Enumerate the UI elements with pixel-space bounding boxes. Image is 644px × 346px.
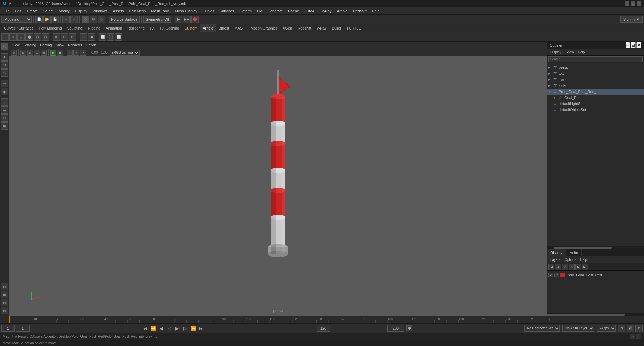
layers-tb-next2[interactable]: ▶| xyxy=(582,264,588,270)
menu-windows[interactable]: Windows xyxy=(90,8,110,14)
menu-edit[interactable]: Edit xyxy=(13,8,24,14)
menu-curves[interactable]: Curves xyxy=(200,8,217,14)
menu-mesh-display[interactable]: Mesh Display xyxy=(173,8,200,14)
outliner-hscroll[interactable] xyxy=(547,246,644,249)
no-live-surface-dropdown[interactable]: No Live Surface xyxy=(109,16,140,23)
menu-deform[interactable]: Deform xyxy=(237,8,254,14)
redo-button[interactable]: ↪ xyxy=(70,16,78,23)
outliner-float[interactable]: ⊞ xyxy=(631,42,636,48)
layer-color-swatch[interactable] xyxy=(560,273,565,277)
render-tb-4[interactable]: ⊡ xyxy=(34,50,40,56)
panels-menu[interactable]: Panels xyxy=(85,43,98,47)
module-motion-graphics[interactable]: Motion Graphics xyxy=(248,24,280,32)
menu-3dtoall[interactable]: 3DtoAll xyxy=(302,8,318,14)
workspace-select[interactable]: Modeling xyxy=(1,16,32,23)
render-tb-2[interactable]: ⊞ xyxy=(20,50,26,56)
render-tb-8[interactable]: 1 xyxy=(67,50,73,56)
outliner-minimize[interactable]: ─ xyxy=(626,42,630,48)
shelf-btn-12[interactable]: ⬜ xyxy=(99,33,106,41)
layers-hscroll[interactable] xyxy=(547,313,644,316)
module-sculpting[interactable]: Sculpting xyxy=(65,24,85,32)
play-forward-button[interactable]: ▶ xyxy=(174,325,180,332)
timeline-canvas[interactable] xyxy=(9,316,547,323)
scale-tool-icon[interactable]: ⤡ xyxy=(1,69,8,77)
viewport-3d[interactable]: persp X Y Z xyxy=(9,56,547,316)
shelf-btn-4[interactable]: ⬤ xyxy=(25,33,33,41)
shelf-btn-2[interactable]: ○ xyxy=(9,33,17,41)
menu-uv[interactable]: UV xyxy=(255,8,264,14)
module-animation[interactable]: Animation xyxy=(103,24,125,32)
tree-item-polo-goal[interactable]: ▼ ⬡ Polo_Goal_Post_Red_ xyxy=(547,89,644,95)
tree-item-top[interactable]: ▶ 📷 top xyxy=(547,70,644,76)
play-back-button[interactable]: ◁ xyxy=(166,325,172,332)
shading-menu[interactable]: Shading xyxy=(22,43,38,47)
paint-tool[interactable]: ◎ xyxy=(98,16,105,23)
settings-button[interactable]: ⚙ xyxy=(635,325,643,332)
module-xgen[interactable]: XGen xyxy=(280,24,295,32)
tree-item-persp[interactable]: ▶ 📷 persp xyxy=(547,64,644,70)
paint-tool-icon[interactable]: ✏ xyxy=(1,80,8,87)
layers-tb-prev2[interactable]: ◀ xyxy=(555,264,561,270)
layers-tb-next1[interactable]: ▶ xyxy=(575,264,581,270)
render-tb-5[interactable]: ⊠ xyxy=(41,50,47,56)
undo-button[interactable]: ↩ xyxy=(62,16,70,23)
renderer-menu[interactable]: Renderer xyxy=(66,43,84,47)
render-sequence-btn[interactable]: ▶▶ xyxy=(183,16,191,23)
menu-generate[interactable]: Generate xyxy=(265,8,285,14)
fps-select[interactable]: 24 fps xyxy=(597,325,616,332)
edge-mode-icon[interactable]: — xyxy=(1,106,8,114)
show-menu[interactable]: Show xyxy=(54,43,66,47)
sound-button[interactable]: 🔊 xyxy=(627,325,634,332)
layer-button-2[interactable]: ⊞ xyxy=(1,291,8,298)
new-scene-button[interactable]: 📄 xyxy=(35,16,43,23)
outliner-show-menu[interactable]: Show xyxy=(564,50,576,54)
menu-arnold[interactable]: Arnold xyxy=(335,8,350,14)
tree-item-lightset[interactable]: ⊡ defaultLightSet xyxy=(547,101,644,107)
menu-redshift[interactable]: Redshift xyxy=(351,8,369,14)
shelf-btn-9[interactable]: ⊗ xyxy=(69,33,76,41)
layer-button-3[interactable]: ⊡ xyxy=(1,299,8,306)
module-turtle[interactable]: TURTLE xyxy=(344,24,364,32)
module-poly-modeling[interactable]: Poly Modeling xyxy=(36,24,64,32)
frame-end2-input[interactable] xyxy=(387,325,404,332)
go-to-end-button[interactable]: ⏭ xyxy=(198,325,205,332)
menu-mesh-tools[interactable]: Mesh Tools xyxy=(149,8,172,14)
shelf-btn-8[interactable]: ⊖ xyxy=(61,33,68,41)
frame-end-input[interactable] xyxy=(317,325,330,332)
frame-current-input[interactable] xyxy=(16,325,30,332)
go-to-start-button[interactable]: ⏮ xyxy=(142,325,148,332)
render-current-btn[interactable]: ▶ xyxy=(175,16,182,23)
menu-create[interactable]: Create xyxy=(24,8,40,14)
layers-tb-play[interactable]: ▷ xyxy=(569,264,575,270)
tab-anim[interactable]: Anim xyxy=(566,249,582,256)
prev-frame-button[interactable]: ◀ xyxy=(158,325,164,332)
shelf-btn-7[interactable]: ⊕ xyxy=(53,33,60,41)
shelf-btn-5[interactable]: ⬡ xyxy=(34,33,41,41)
close-button[interactable]: ✕ xyxy=(637,1,641,6)
module-redshift[interactable]: Redshift xyxy=(295,24,314,32)
layers-tb-prev1[interactable]: |◀ xyxy=(548,264,554,270)
menu-display[interactable]: Display xyxy=(73,8,90,14)
module-rendering[interactable]: Rendering xyxy=(125,24,147,32)
select-tool-icon[interactable]: ↖ xyxy=(1,43,8,50)
minimize-button[interactable]: ─ xyxy=(625,1,629,6)
restore-button[interactable]: □ xyxy=(631,1,635,6)
render-tb-1[interactable]: ⊙ xyxy=(11,50,17,56)
layers-menu-layers[interactable]: Layers xyxy=(548,257,562,262)
module-fx-caching[interactable]: FX Caching xyxy=(157,24,182,32)
outliner-search-input[interactable] xyxy=(548,56,643,62)
layer-button-4[interactable]: ⊠ xyxy=(1,307,8,314)
frame-start-input[interactable] xyxy=(1,325,15,332)
move-tool-icon[interactable]: ✛ xyxy=(1,53,8,61)
shelf-btn-10[interactable]: ◻ xyxy=(80,33,87,41)
rotate-tool-icon[interactable]: ↻ xyxy=(1,61,8,69)
module-custom[interactable]: Custom xyxy=(182,24,200,32)
step-forward-button[interactable]: ⏩ xyxy=(190,325,197,332)
layers-menu-options[interactable]: Options xyxy=(562,257,578,262)
no-anim-layer-select[interactable]: No Anim Layer xyxy=(562,325,594,332)
layers-menu-help[interactable]: Help xyxy=(578,257,589,262)
uv-mode-icon[interactable]: ⊞ xyxy=(1,122,8,130)
layer-visibility[interactable]: V xyxy=(548,273,553,277)
outliner-help-menu[interactable]: Help xyxy=(576,50,587,54)
layers-tb-prev3[interactable]: ◁ xyxy=(562,264,568,270)
